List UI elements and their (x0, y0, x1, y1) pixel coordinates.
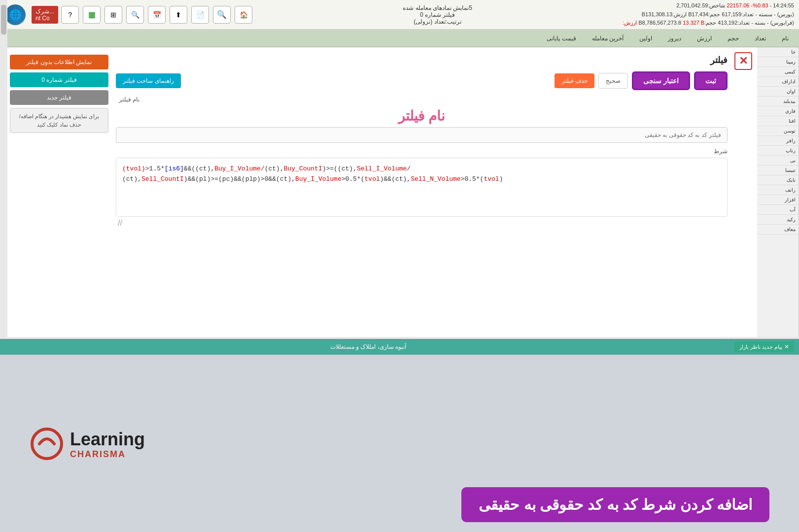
nav-last-trade[interactable]: آخرین معامله (589, 34, 626, 43)
code-is6: [is6] (165, 165, 184, 172)
sidebar-item-6[interactable]: فاری (757, 106, 799, 116)
filter-header: فیلتر ثبت اعتبار سنجی صحیح حذف فیلتر راه… (10, 55, 728, 230)
nav-name[interactable]: نام (779, 34, 792, 43)
taskbar-right-text: آنبوه سازی، امللاک و مستعللات (330, 343, 406, 350)
sidebar-item-8[interactable]: توسن (757, 126, 799, 136)
sidebar-item-2[interactable]: کیمی (757, 67, 799, 77)
doc-icon-btn[interactable]: 📄 (191, 6, 209, 24)
sidebar-item-5[interactable]: بیدبلند (757, 97, 799, 106)
logo-svg-icon (30, 427, 64, 461)
sidebar-item-14[interactable]: رانف (757, 185, 799, 195)
browser-window: 14:24:55 - %0.83- 22157.06 شاخص:2,701,04… (0, 0, 799, 355)
sidebar-item-16[interactable]: آب (757, 205, 799, 215)
symbols-count: 5نمایش نمادهای معامله شده (403, 4, 472, 11)
nav-first[interactable]: اولین (636, 34, 655, 43)
no-filter-button[interactable]: نمایش اطلاعات بدون فیلتر (10, 55, 108, 69)
company-badge: شرک... nt Co (32, 6, 58, 24)
code-buy-ivol2: Buy_I_Volume (295, 175, 342, 183)
index-change: 22157.06 (727, 2, 750, 8)
globe-icon: 🌐 (5, 4, 26, 25)
code-rest1: )&&(pl)>=(pc)&&(plp)>0&&(ct), (184, 175, 295, 183)
code-sell-nvol: Sell_N_Volume (411, 175, 460, 183)
resize-handle[interactable]: // (116, 217, 728, 230)
sidebar-item-17[interactable]: رکید (757, 215, 799, 225)
index-value: شاخص:2,701,042.59 (676, 2, 725, 8)
sidebar-item-7[interactable]: افنا (757, 116, 799, 126)
validate-button[interactable]: اعتبار سنجی (632, 71, 690, 90)
code-tvol2: tvol (365, 175, 380, 183)
sidebar-item-0[interactable]: خا (757, 47, 799, 57)
taskbar: ✕ پیام جدید ناظر بازار آنبوه سازی، امللا… (0, 339, 799, 355)
close-button[interactable]: ✕ (734, 52, 752, 70)
nav-volume[interactable]: حجم (725, 34, 742, 43)
close-icon: ✕ (739, 56, 748, 66)
filter-0-button[interactable]: فیلتر شماره 0 (10, 72, 108, 87)
code-gte: )>=((ct), (322, 165, 357, 172)
calendar-icon-btn[interactable]: 📅 (148, 6, 166, 24)
code-sell-count: Sell_CountI (141, 175, 184, 183)
condition-label: شرط (116, 148, 728, 155)
delete-filter-button[interactable]: حذف فیلتر (555, 73, 594, 88)
new-filter-button[interactable]: فیلتر جدید (10, 90, 108, 105)
excel-icon-btn[interactable]: ▦ (83, 6, 101, 24)
code-gt2: >0.5*( (342, 175, 365, 183)
sort-info: ترتیب:تعداد (نزولی) (414, 18, 461, 25)
logo-icon-container (30, 427, 64, 463)
sidebar-item-15[interactable]: افزار (757, 195, 799, 205)
home-icon-btn[interactable]: 🏠 (235, 6, 252, 24)
code-and2: )&&(ct), (380, 175, 411, 183)
top-status-bar: 14:24:55 - %0.83- 22157.06 شاخص:2,701,04… (0, 0, 799, 30)
code-tvol-start: (tvol) (122, 165, 145, 172)
sidebar-item-9[interactable]: رافر (757, 136, 799, 146)
question-icon-btn[interactable]: ? (61, 6, 79, 24)
bourse-info: (بورس) - سسته - تعداد:617,159 حجم:B17,43… (623, 10, 794, 19)
filter-name-label: نام فیلتر (119, 96, 139, 103)
search2-icon-btn[interactable]: 🔍 (213, 6, 231, 24)
sidebar-item-1[interactable]: رمپنا (757, 57, 799, 67)
sidebar-item-4[interactable]: اوان (757, 87, 799, 97)
company-name1: شرک... (35, 8, 54, 15)
code-editor[interactable]: (tvol)>1.5*[is6]&&((ct),Buy_I_Volume/(ct… (116, 158, 728, 217)
logo-section: Learning CHARISMA (30, 427, 145, 463)
code-buy-count: Buy_CountI (284, 165, 322, 172)
nav-value[interactable]: ارزش (694, 34, 715, 43)
upload-icon-btn[interactable]: ⬆ (170, 6, 187, 24)
correct-button[interactable]: صحیح (598, 73, 628, 89)
search-icon-btn[interactable]: 🔍 (126, 6, 144, 24)
action-buttons-row: ثبت اعتبار سنجی صحیح حذف فیلتر راهنمای س… (116, 71, 728, 90)
logo-learning-text: Learning (70, 430, 145, 449)
taskbar-close-btn[interactable]: ✕ (784, 343, 789, 350)
sidebar-item-13[interactable]: نابک (757, 175, 799, 185)
symbol-sidebar: خا رمپنا کیمی اداراف اوان بیدبلند فاری ا… (757, 47, 799, 337)
sidebar-item-10[interactable]: رتاپ (757, 146, 799, 156)
taskbar-item-1[interactable]: ✕ پیام جدید ناظر بازار (734, 341, 794, 352)
svg-point-0 (32, 429, 62, 459)
nav-final-price[interactable]: قیمت پایانی (544, 34, 579, 43)
center-status: 5نمایش نمادهای معامله شده فیلتر شماره 0 … (403, 4, 472, 25)
register-button[interactable]: ثبت (694, 71, 728, 90)
logo-charisma-text: CHARISMA (70, 449, 145, 460)
main-area: خا رمپنا کیمی اداراف اوان بیدبلند فاری ا… (0, 47, 799, 337)
taskbar-item-label: پیام جدید ناظر بازار (739, 344, 782, 350)
filter-title: فیلتر (710, 55, 728, 65)
nav-count[interactable]: تعداد (752, 34, 769, 43)
scrollbar-area[interactable] (0, 0, 7, 355)
sidebar-item-18[interactable]: معاف (757, 225, 799, 234)
code-filter-input[interactable] (116, 127, 728, 143)
status-info: 14:24:55 - %0.83- 22157.06 شاخص:2,701,04… (623, 1, 794, 28)
grid-icon-btn[interactable]: ⊞ (104, 6, 122, 24)
guide-button[interactable]: راهنمای ساخت فیلتر (116, 73, 181, 88)
sidebar-item-11[interactable]: بی (757, 156, 799, 166)
hint-text: برای نمایش هشیدار در هنگام اضافه/حذف نما… (10, 108, 108, 133)
top-icons-group: ? ▦ ⊞ 🔍 📅 ⬆ 📄 🔍 🏠 (61, 6, 252, 24)
nav-yesterday[interactable]: دیروز (665, 34, 684, 43)
logo-text-group: Learning CHARISMA (70, 430, 145, 460)
code-end: ) (499, 175, 503, 183)
filter-name-display: نام فیلتر (116, 105, 728, 127)
time-display: 14:24:55 (773, 2, 794, 8)
code-sell-vol: Sell_I_Volume (357, 165, 407, 172)
sidebar-item-12[interactable]: تنیسا (757, 166, 799, 175)
percent-display: %0.83- (751, 2, 768, 8)
sidebar-item-3[interactable]: اداراف (757, 77, 799, 87)
code-and1: &&((ct), (184, 165, 214, 172)
